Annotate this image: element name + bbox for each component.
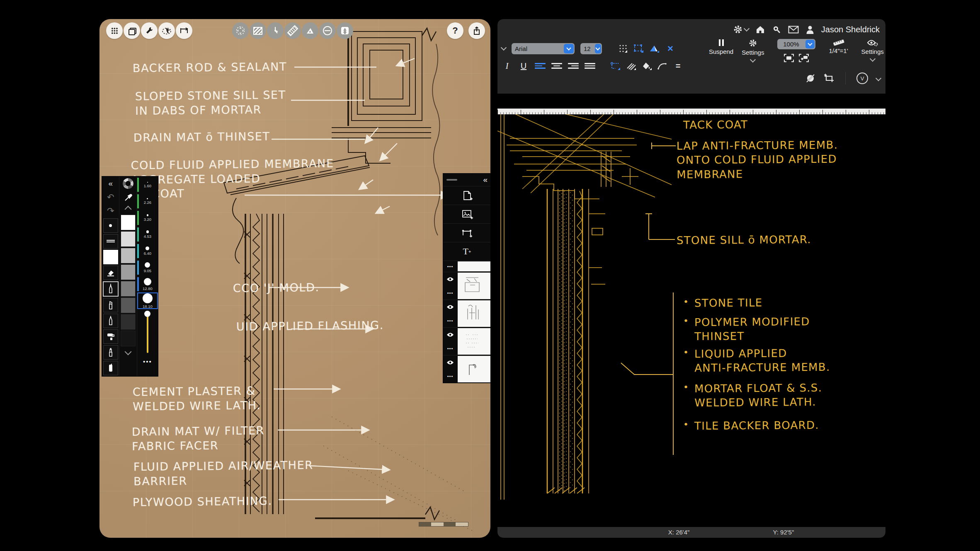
tool-highlighter[interactable] <box>103 345 118 360</box>
swatch-gray-1[interactable] <box>121 231 136 247</box>
swatch-white[interactable] <box>121 215 136 230</box>
size-option[interactable]: 2.26 <box>137 193 158 210</box>
color-wheel[interactable] <box>123 178 133 189</box>
align-center-button[interactable] <box>551 63 562 69</box>
align-justify-button[interactable] <box>585 63 595 69</box>
parallel-lines-button[interactable]: = <box>672 61 683 71</box>
zoom-level-select[interactable]: 100% <box>777 39 815 49</box>
drawing-scale-button[interactable]: 1/4"=1' <box>825 39 852 54</box>
tool-eraser[interactable] <box>103 266 118 280</box>
italic-button[interactable]: I <box>502 61 512 71</box>
arc-tool-button[interactable] <box>657 62 667 70</box>
circle-guide-button[interactable] <box>319 22 336 39</box>
home-button[interactable] <box>756 25 765 34</box>
account-button[interactable] <box>806 25 814 34</box>
pages-button[interactable] <box>124 22 140 39</box>
collapse-toolbar-chevron[interactable] <box>501 45 507 51</box>
current-color-swatch[interactable] <box>103 250 118 264</box>
size-option[interactable]: 1.60 <box>137 176 158 193</box>
stamp-tool-button[interactable] <box>337 22 353 39</box>
share-button[interactable] <box>468 22 485 39</box>
app-settings-button[interactable] <box>733 25 749 34</box>
tool-fineliner[interactable] <box>103 314 118 328</box>
add-text-button[interactable]: T+ <box>443 242 490 261</box>
panel-drag-handle[interactable] <box>446 179 457 181</box>
measure-tool-button[interactable] <box>176 22 192 39</box>
align-left-button[interactable] <box>535 63 546 69</box>
swatch-gray-6[interactable] <box>121 314 136 330</box>
version-badge-button[interactable]: V <box>856 72 868 84</box>
tool-airbrush[interactable] <box>103 361 118 375</box>
layer-thumbnail[interactable] <box>458 273 490 299</box>
add-frame-button[interactable] <box>443 224 490 242</box>
layer-visibility-icon[interactable] <box>446 360 454 365</box>
precision-move-button[interactable] <box>232 22 249 39</box>
settings-wrench-button[interactable] <box>141 22 158 39</box>
swatch-gray-5[interactable] <box>121 297 136 313</box>
tool-technical-pen[interactable] <box>103 281 119 297</box>
select-tool-button[interactable] <box>158 22 175 39</box>
layer-thumbnail[interactable] <box>458 356 490 382</box>
swatch-gray-4[interactable] <box>121 281 136 297</box>
font-select[interactable]: Arial <box>512 43 575 54</box>
add-page-button[interactable] <box>443 186 490 205</box>
grid-tool-button[interactable] <box>106 22 123 39</box>
size-slider[interactable] <box>137 309 158 355</box>
crop-view-button[interactable] <box>824 74 834 83</box>
layer-visibility-icon[interactable] <box>446 304 454 309</box>
paint-style-button[interactable] <box>642 62 652 70</box>
layer-visibility-icon[interactable] <box>446 332 454 337</box>
layer-thumbnail[interactable] <box>458 300 490 327</box>
font-size-dropdown[interactable] <box>595 44 601 53</box>
size-option[interactable]: 6.40 <box>137 243 158 259</box>
size-option-selected[interactable]: 18.10 <box>137 292 158 309</box>
cad-app-window[interactable]: Jason Sheldrick Arial 12 <box>497 19 885 538</box>
swatch-gray-2[interactable] <box>121 248 136 263</box>
chevron-down-icon[interactable] <box>876 75 881 81</box>
swatch-black[interactable] <box>121 331 136 346</box>
font-select-dropdown[interactable] <box>564 44 574 53</box>
user-name[interactable]: Jason Sheldrick <box>821 25 880 34</box>
fill-style-button[interactable] <box>649 44 659 53</box>
hatch-fill-button[interactable] <box>250 22 266 39</box>
zoom-selection-button[interactable] <box>798 53 809 63</box>
underline-button[interactable]: U <box>518 61 529 71</box>
add-image-button[interactable] <box>443 205 490 224</box>
layer-options-button[interactable]: ••• <box>447 374 454 379</box>
layer-visibility-icon[interactable] <box>446 277 454 282</box>
collapse-palette-button[interactable]: « <box>102 176 119 190</box>
size-option[interactable]: 4.53 <box>137 226 158 243</box>
horizontal-ruler[interactable] <box>497 109 885 114</box>
layer-options-button[interactable]: ••• <box>447 264 454 269</box>
set-square-button[interactable] <box>302 22 318 39</box>
snap-settings-button[interactable] <box>610 62 620 70</box>
ruler-button[interactable] <box>284 22 301 39</box>
tool-line[interactable] <box>103 234 118 249</box>
tool-soft-pen[interactable] <box>103 218 118 233</box>
redo-button[interactable]: ↷ <box>102 204 119 218</box>
search-button[interactable] <box>772 25 781 34</box>
zoom-dropdown[interactable] <box>805 40 815 48</box>
tool-roller[interactable] <box>103 329 118 344</box>
undo-button[interactable]: ↶ <box>102 190 119 204</box>
layer-options-button[interactable]: ••• <box>447 290 454 295</box>
zoom-extents-button[interactable] <box>784 53 794 63</box>
chevron-up-icon[interactable] <box>125 206 132 213</box>
eyedropper-button[interactable] <box>119 191 136 204</box>
chevron-down-icon[interactable] <box>125 348 132 355</box>
hatch-style-button[interactable] <box>626 62 636 70</box>
align-right-button[interactable] <box>568 63 579 69</box>
help-button[interactable]: ? <box>447 22 463 39</box>
messages-button[interactable] <box>788 26 799 34</box>
swatch-gray-3[interactable] <box>121 264 136 280</box>
view-settings-button[interactable]: Settings <box>857 39 885 61</box>
delete-markup-button[interactable]: × <box>665 43 676 54</box>
tool-chisel-marker[interactable] <box>103 298 118 312</box>
hide-markup-button[interactable] <box>805 74 815 83</box>
protractor-button[interactable] <box>267 22 284 39</box>
size-option[interactable]: 9.05 <box>137 259 158 276</box>
collapse-panel-button[interactable]: « <box>483 175 488 184</box>
size-option[interactable]: 3.20 <box>137 210 158 226</box>
layer-options-button[interactable]: ••• <box>447 346 454 351</box>
marquee-select-button[interactable] <box>633 44 643 53</box>
